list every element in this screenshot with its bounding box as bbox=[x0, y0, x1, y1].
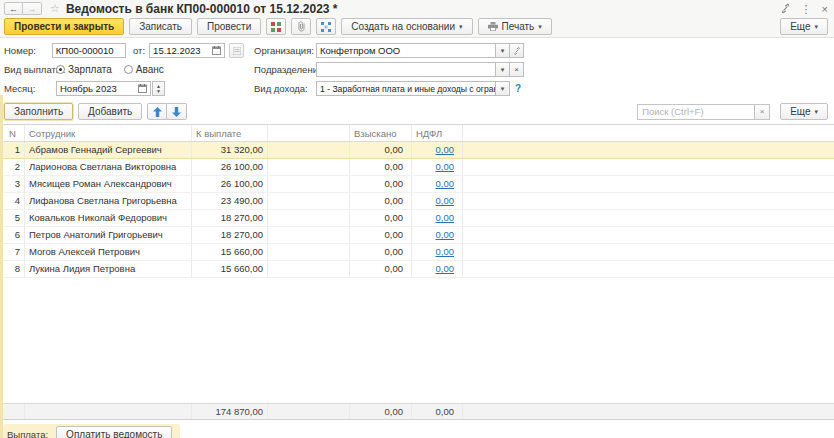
cell-filler bbox=[463, 261, 834, 277]
table-row[interactable]: 7 Могов Алексей Петрович 15 660,00 0,00 … bbox=[0, 244, 834, 261]
calendar-icon[interactable] bbox=[138, 84, 147, 93]
related-documents-button[interactable] bbox=[316, 18, 336, 35]
cell-employee[interactable]: Могов Алексей Петрович bbox=[25, 244, 192, 260]
calendar-icon[interactable] bbox=[212, 46, 221, 55]
cell-amount[interactable]: 26 100,00 bbox=[192, 176, 268, 192]
cell-amount[interactable]: 26 100,00 bbox=[192, 159, 268, 175]
number-input[interactable]: КП00-000010 bbox=[52, 43, 126, 58]
radio-salary[interactable]: Зарплата bbox=[56, 64, 112, 75]
help-icon[interactable]: ? bbox=[515, 83, 521, 94]
back-button[interactable]: ← bbox=[4, 2, 23, 15]
search-input[interactable] bbox=[637, 104, 755, 120]
income-type-input[interactable]: 1 - Заработная плата и иные доходы с огр… bbox=[316, 81, 496, 96]
ndfl-link[interactable]: 0,00 bbox=[436, 178, 455, 189]
col-amount[interactable]: К выплате bbox=[192, 125, 268, 141]
more-button-top[interactable]: Еще ▾ bbox=[780, 18, 828, 35]
cell-amount[interactable]: 18 270,00 bbox=[192, 227, 268, 243]
cell-employee[interactable]: Лукина Лидия Петровна bbox=[25, 261, 192, 277]
cell-employee[interactable]: Лифанова Светлана Григорьевна bbox=[25, 193, 192, 209]
cell-filler bbox=[463, 227, 834, 243]
favorite-star-icon[interactable]: ☆ bbox=[50, 2, 60, 15]
write-button[interactable]: Записать bbox=[129, 18, 192, 35]
move-down-button[interactable] bbox=[167, 103, 187, 120]
organization-input[interactable]: Конфетпром ООО bbox=[316, 43, 496, 58]
forward-button[interactable]: → bbox=[23, 2, 42, 15]
table-row[interactable]: 4 Лифанова Светлана Григорьевна 23 490,0… bbox=[0, 193, 834, 210]
ndfl-link[interactable]: 0,00 bbox=[436, 263, 455, 274]
ndfl-link[interactable]: 0,00 bbox=[436, 161, 455, 172]
move-up-button[interactable] bbox=[147, 103, 167, 120]
pay-statement-button[interactable]: Оплатить ведомость bbox=[56, 426, 172, 438]
cell-collected[interactable]: 0,00 bbox=[350, 159, 412, 175]
month-stepper[interactable]: ▲▼ bbox=[152, 81, 165, 96]
cell-ndfl[interactable]: 0,00 bbox=[412, 176, 463, 192]
cell-collected[interactable]: 0,00 bbox=[350, 244, 412, 260]
cell-collected[interactable]: 0,00 bbox=[350, 210, 412, 226]
cell-amount[interactable]: 15 660,00 bbox=[192, 261, 268, 277]
col-gap bbox=[268, 125, 350, 141]
close-icon[interactable]: × bbox=[822, 4, 828, 14]
table-row[interactable]: 3 Мясищев Роман Александрович 26 100,00 … bbox=[0, 176, 834, 193]
cell-ndfl[interactable]: 0,00 bbox=[412, 227, 463, 243]
print-button[interactable]: Печать ▾ bbox=[478, 18, 552, 35]
cell-ndfl[interactable]: 0,00 bbox=[412, 261, 463, 277]
more-menu-icon[interactable]: ⋮ bbox=[801, 4, 812, 14]
month-input[interactable]: Ноябрь 2023 bbox=[56, 81, 151, 96]
cell-employee[interactable]: Ларионова Светлана Викторовна bbox=[25, 159, 192, 175]
ndfl-link[interactable]: 0,00 bbox=[436, 195, 455, 206]
cell-amount[interactable]: 23 490,00 bbox=[192, 193, 268, 209]
cell-filler bbox=[463, 159, 834, 175]
department-input[interactable] bbox=[316, 62, 496, 77]
post-button[interactable]: Провести bbox=[197, 18, 261, 35]
cell-gap bbox=[268, 244, 350, 260]
ndfl-link[interactable]: 0,00 bbox=[436, 229, 455, 240]
date-input[interactable]: 15.12.2023 bbox=[149, 43, 225, 58]
table-row[interactable]: 6 Петров Анатолий Григорьевич 18 270,00 … bbox=[0, 227, 834, 244]
col-collected[interactable]: Взыскано bbox=[350, 125, 412, 141]
cell-employee[interactable]: Петров Анатолий Григорьевич bbox=[25, 227, 192, 243]
fill-button[interactable]: Заполнить bbox=[4, 103, 73, 120]
ndfl-link[interactable]: 0,00 bbox=[436, 144, 455, 155]
cell-ndfl[interactable]: 0,00 bbox=[412, 142, 463, 158]
number-settings-button[interactable] bbox=[229, 43, 244, 58]
table-row[interactable]: 8 Лукина Лидия Петровна 15 660,00 0,00 0… bbox=[0, 261, 834, 278]
postings-dtkt-button[interactable] bbox=[266, 18, 286, 35]
cell-amount[interactable]: 18 270,00 bbox=[192, 210, 268, 226]
post-and-close-button[interactable]: Провести и закрыть bbox=[4, 18, 124, 35]
ndfl-link[interactable]: 0,00 bbox=[436, 212, 455, 223]
document-header-form: Номер: КП00-000010 от: 15.12.2023 Вид вы… bbox=[0, 38, 834, 100]
attachments-button[interactable] bbox=[291, 18, 311, 35]
cell-collected[interactable]: 0,00 bbox=[350, 142, 412, 158]
cell-amount[interactable]: 31 320,00 bbox=[192, 142, 268, 158]
organization-open-button[interactable] bbox=[510, 43, 524, 58]
add-button[interactable]: Добавить bbox=[78, 103, 142, 120]
cell-collected[interactable]: 0,00 bbox=[350, 176, 412, 192]
col-ndfl[interactable]: НДФЛ bbox=[412, 125, 463, 141]
cell-ndfl[interactable]: 0,00 bbox=[412, 193, 463, 209]
ndfl-link[interactable]: 0,00 bbox=[436, 246, 455, 257]
cell-collected[interactable]: 0,00 bbox=[350, 261, 412, 277]
cell-collected[interactable]: 0,00 bbox=[350, 227, 412, 243]
col-n[interactable]: N bbox=[0, 125, 25, 141]
cell-employee[interactable]: Мясищев Роман Александрович bbox=[25, 176, 192, 192]
organization-dropdown-button[interactable]: ▾ bbox=[496, 43, 510, 58]
table-row[interactable]: 2 Ларионова Светлана Викторовна 26 100,0… bbox=[0, 159, 834, 176]
department-dropdown-button[interactable]: ▾ bbox=[496, 62, 510, 77]
more-button-list[interactable]: Еще ▾ bbox=[780, 103, 828, 120]
create-on-base-button[interactable]: Создать на основании ▾ bbox=[341, 18, 472, 35]
table-row[interactable]: 5 Ковальков Николай Федорович 18 270,00 … bbox=[0, 210, 834, 227]
cell-amount[interactable]: 15 660,00 bbox=[192, 244, 268, 260]
cell-employee[interactable]: Абрамов Геннадий Сергеевич bbox=[25, 142, 192, 158]
cell-ndfl[interactable]: 0,00 bbox=[412, 159, 463, 175]
table-row[interactable]: 1 Абрамов Геннадий Сергеевич 31 320,00 0… bbox=[0, 142, 834, 159]
radio-advance[interactable]: Аванс bbox=[124, 64, 164, 75]
income-type-dropdown-button[interactable]: ▾ bbox=[496, 81, 510, 96]
cell-collected[interactable]: 0,00 bbox=[350, 193, 412, 209]
col-employee[interactable]: Сотрудник bbox=[25, 125, 192, 141]
cell-employee[interactable]: Ковальков Николай Федорович bbox=[25, 210, 192, 226]
search-clear-icon[interactable]: × bbox=[755, 104, 770, 120]
cell-ndfl[interactable]: 0,00 bbox=[412, 210, 463, 226]
get-link-icon[interactable] bbox=[780, 3, 791, 14]
department-clear-button[interactable]: × bbox=[510, 62, 524, 77]
cell-ndfl[interactable]: 0,00 bbox=[412, 244, 463, 260]
